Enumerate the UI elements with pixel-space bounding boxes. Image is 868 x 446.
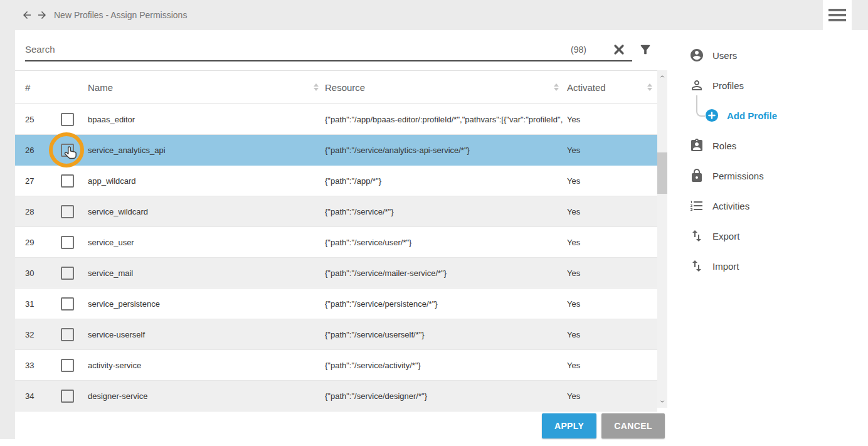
sidebar-item-label: Profiles — [712, 80, 744, 91]
row-resource-cell: {"path":"/service/activity/*"} — [325, 361, 567, 370]
badge-icon — [689, 138, 704, 153]
main-panel: Search (98) # Name Resource Activated — [15, 30, 667, 439]
apply-button[interactable]: APPLY — [542, 413, 596, 438]
table-header: # Name Resource Activated — [15, 71, 657, 104]
search-bar: Search (98) — [15, 30, 667, 70]
row-checkbox[interactable] — [61, 113, 74, 126]
table-row[interactable]: 25 bpaas_editor {"path":"/app/bpaas-edit… — [15, 104, 657, 135]
top-bar: New Profiles - Assign Permissions — [0, 0, 868, 30]
sidebar-item-export[interactable]: Export — [667, 221, 868, 251]
row-name-cell: service_mail — [88, 268, 325, 278]
row-checkbox[interactable] — [61, 174, 74, 188]
row-checkbox[interactable] — [61, 328, 74, 341]
table-row[interactable]: 34 designer-service {"path":"/service/de… — [15, 381, 657, 411]
scrollbar-thumb[interactable] — [657, 152, 667, 194]
lock-icon — [689, 168, 704, 183]
back-arrow-icon[interactable] — [21, 9, 33, 21]
row-name-cell: service_wildcard — [88, 207, 325, 216]
row-activated-cell: Yes — [567, 146, 657, 155]
assign-permissions-page: New Profiles - Assign Permissions Search… — [0, 0, 868, 446]
row-activated-cell: Yes — [567, 391, 657, 401]
sort-icon-name[interactable] — [307, 83, 325, 91]
menu-button[interactable] — [823, 0, 852, 30]
scroll-up-icon[interactable] — [657, 72, 667, 82]
sidebar-item-roles[interactable]: Roles — [667, 130, 868, 161]
filter-icon[interactable] — [638, 43, 652, 56]
table-row[interactable]: 27 app_wildcard {"path":"/app/*"} Yes — [15, 166, 657, 196]
sidebar-item-label: Activities — [712, 201, 749, 211]
plus-circle-icon — [705, 109, 719, 122]
sidebar-item-add-profile[interactable]: Add Profile — [667, 100, 868, 130]
row-checkbox-cell — [60, 350, 88, 380]
table-row[interactable]: 31 service_persistence {"path":"/service… — [15, 289, 657, 319]
table-row[interactable]: 28 service_wildcard {"path":"/service/*"… — [15, 196, 657, 227]
row-checkbox[interactable] — [61, 144, 74, 157]
sidebar-item-profiles[interactable]: Profiles — [667, 70, 868, 100]
column-header-resource[interactable]: Resource — [325, 82, 546, 93]
row-checkbox[interactable] — [61, 390, 74, 403]
row-checkbox[interactable] — [61, 267, 74, 280]
row-resource-cell: {"path":"/service/designer/*"} — [325, 391, 567, 401]
action-buttons: APPLY CANCEL — [15, 413, 665, 438]
sort-icon-activated[interactable] — [642, 83, 657, 91]
sidebar-item-activities[interactable]: Activities — [667, 191, 868, 221]
table-body: 25 bpaas_editor {"path":"/app/bpaas-edit… — [15, 104, 657, 411]
sidebar-item-permissions[interactable]: Permissions — [667, 161, 868, 191]
table-row[interactable]: 29 service_user {"path":"/service/user/*… — [15, 227, 657, 258]
result-count: (98) — [571, 45, 586, 55]
person-outline-icon — [689, 78, 704, 93]
row-checkbox[interactable] — [61, 297, 74, 311]
clear-search-icon[interactable] — [612, 43, 626, 56]
sidebar-item-import[interactable]: Import — [667, 251, 868, 281]
row-checkbox-cell — [60, 166, 88, 196]
row-checkbox-cell — [60, 196, 88, 226]
sidebar-item-label: Roles — [712, 141, 736, 151]
row-activated-cell: Yes — [567, 361, 657, 370]
row-number-cell: 30 — [15, 268, 60, 278]
row-activated-cell: Yes — [567, 299, 657, 309]
table-scrollbar[interactable] — [657, 70, 667, 408]
row-checkbox[interactable] — [61, 359, 74, 372]
row-name-cell: designer-service — [88, 391, 325, 401]
numbered-list-icon — [689, 198, 704, 213]
import-export-icon — [689, 228, 704, 243]
sort-icon-resource[interactable] — [546, 83, 567, 91]
left-gutter — [0, 30, 15, 439]
row-number-cell: 27 — [15, 176, 60, 186]
row-number-cell: 29 — [15, 238, 60, 247]
row-activated-cell: Yes — [567, 115, 657, 124]
row-number-cell: 34 — [15, 391, 60, 401]
row-checkbox[interactable] — [61, 205, 74, 218]
row-number-cell: 25 — [15, 115, 60, 124]
sidebar-item-label: Import — [712, 261, 739, 272]
row-number-cell: 32 — [15, 330, 60, 339]
table-row[interactable]: 32 service-userself {"path":"/service/us… — [15, 319, 657, 350]
table-row[interactable]: 30 service_mail {"path":"/service/mailer… — [15, 258, 657, 289]
sidebar: Users Profiles Add Profile Roles Permiss… — [667, 30, 868, 439]
row-name-cell: app_wildcard — [88, 176, 325, 186]
row-resource-cell: {"path":"/service/mailer-service/*"} — [325, 268, 567, 278]
table-row[interactable]: 33 activity-service {"path":"/service/ac… — [15, 350, 657, 381]
scroll-down-icon[interactable] — [657, 396, 667, 406]
row-number-cell: 33 — [15, 361, 60, 370]
row-resource-cell: {"path":"/app/*"} — [325, 176, 567, 186]
cancel-button[interactable]: CANCEL — [601, 413, 665, 438]
row-checkbox-cell — [60, 258, 88, 288]
column-header-activated[interactable]: Activated — [567, 82, 642, 93]
sidebar-item-label: Add Profile — [727, 110, 777, 121]
table-row[interactable]: 26 service_analytics_api {"path":"/servi… — [15, 135, 657, 166]
row-checkbox[interactable] — [61, 236, 74, 249]
search-input[interactable]: Search — [25, 44, 55, 55]
row-name-cell: bpaas_editor — [88, 115, 325, 124]
row-number-cell: 28 — [15, 207, 60, 216]
user-circle-icon — [689, 48, 704, 63]
column-header-name[interactable]: Name — [88, 82, 307, 93]
row-checkbox-cell — [60, 381, 88, 411]
row-activated-cell: Yes — [567, 268, 657, 278]
forward-arrow-icon[interactable] — [36, 9, 48, 21]
sidebar-item-users[interactable]: Users — [667, 40, 868, 70]
row-resource-cell: {"path":"/service/user/*"} — [325, 238, 567, 247]
column-header-number[interactable]: # — [15, 82, 60, 93]
row-name-cell: service_user — [88, 238, 325, 247]
row-activated-cell: Yes — [567, 207, 657, 216]
